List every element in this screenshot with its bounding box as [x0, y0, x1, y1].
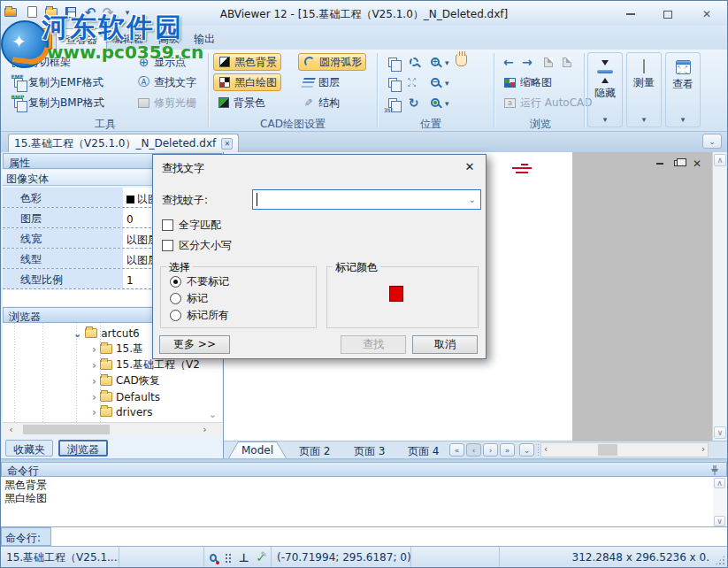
tree-node[interactable]: CAD恢复: [92, 373, 160, 388]
canvas-scroll-left-icon[interactable]: ‹: [544, 444, 548, 454]
maximize-button[interactable]: [656, 6, 679, 22]
find-text-button[interactable]: 查找文字: [134, 73, 200, 91]
rotate-35-button[interactable]: 35°: [382, 94, 402, 111]
pan-button[interactable]: [451, 51, 471, 69]
expand-node-icon[interactable]: [92, 406, 96, 418]
tree-scroll-left-icon[interactable]: ‹: [4, 424, 18, 435]
radio-mark[interactable]: 标记: [170, 291, 208, 306]
tree-scroll-right-icon[interactable]: ›: [198, 424, 211, 435]
show-points-button[interactable]: 显示点: [134, 53, 189, 71]
canvas-vertical-scrollbar[interactable]: ∧ ∨: [712, 152, 726, 441]
tree-node[interactable]: 15.基: [92, 342, 143, 357]
tab-file[interactable]: 文件: [8, 28, 52, 50]
tree-node[interactable]: Defaults: [92, 389, 160, 404]
tab-output[interactable]: 输出: [185, 28, 224, 50]
black-background-toggle[interactable]: 黑色背景: [213, 53, 281, 71]
page-tab-2[interactable]: 页面 2: [299, 444, 330, 459]
zoom-selected-button[interactable]: [425, 94, 453, 111]
tree-node[interactable]: 15.基础工程（V2: [92, 357, 200, 372]
panel-collapse-icon[interactable]: ⌄: [702, 134, 722, 149]
command-input-row[interactable]: 命令行:: [1, 527, 727, 546]
child-minimize-icon[interactable]: [654, 158, 666, 168]
canvas-horizontal-scrollbar[interactable]: ‹ ›: [540, 442, 709, 457]
mark-color-swatch[interactable]: [389, 286, 403, 302]
cancel-button[interactable]: 取消: [412, 335, 478, 354]
radio-icon[interactable]: [170, 293, 181, 304]
close-button[interactable]: [695, 6, 718, 22]
tab-advanced[interactable]: 高级: [149, 28, 188, 50]
tree-node[interactable]: drivers: [92, 404, 153, 419]
back-button[interactable]: [500, 53, 517, 71]
hide-dropdown-icon[interactable]: [603, 112, 608, 125]
tree-scroll-thumb[interactable]: [23, 425, 110, 434]
rotate-pages-button[interactable]: [382, 53, 402, 71]
zoom-in-dropdown-icon[interactable]: [445, 56, 449, 68]
scroll-down-icon[interactable]: ∨: [714, 426, 726, 439]
page-tab-3[interactable]: 页面 3: [354, 444, 385, 459]
status-grid-icon[interactable]: [224, 552, 232, 563]
match-case-checkbox[interactable]: 区分大小写: [162, 238, 232, 253]
tab-editor[interactable]: 编辑器: [103, 28, 153, 50]
expand-node-icon[interactable]: [92, 391, 96, 403]
view-button[interactable]: ↖ ↗↙ ↘ 查看: [665, 52, 701, 127]
zoom-out-dropdown-icon[interactable]: [445, 76, 449, 88]
copy-emf-button[interactable]: EMF 复制为EMF格式: [8, 73, 107, 91]
canvas-scroll-right-icon[interactable]: ›: [701, 444, 705, 454]
combobox-dropdown-icon[interactable]: ⌄: [469, 195, 476, 204]
document-tab-close-icon[interactable]: ✕: [221, 138, 233, 150]
page-last-icon[interactable]: »: [500, 443, 515, 457]
child-restore-icon[interactable]: [671, 158, 684, 168]
minimize-button[interactable]: [619, 6, 642, 22]
find-text-combobox[interactable]: ⌄: [252, 189, 481, 210]
page-prev-icon[interactable]: ‹: [466, 443, 481, 457]
hide-button[interactable]: 隐藏: [587, 52, 623, 127]
radio-no-mark[interactable]: 不要标记: [170, 274, 229, 289]
log-scroll-down-icon[interactable]: ∨: [714, 516, 725, 526]
dialog-close-icon[interactable]: ✕: [463, 159, 477, 173]
radio-icon[interactable]: [170, 310, 181, 321]
expand-node-icon[interactable]: [92, 359, 96, 372]
collapse-node-icon[interactable]: [73, 327, 81, 340]
background-color-button[interactable]: 背景色: [213, 94, 269, 111]
command-log[interactable]: 黑色背景 黑白绘图: [1, 477, 727, 527]
status-zoom-icon[interactable]: [210, 554, 217, 562]
view-dropdown-icon[interactable]: [681, 112, 686, 125]
tree-horizontal-scrollbar[interactable]: ‹ ›: [3, 422, 222, 436]
radio-icon[interactable]: [170, 276, 181, 288]
cut-frame-button[interactable]: 剪切框架: [8, 53, 74, 71]
pin-icon[interactable]: [710, 464, 719, 476]
canvas-scroll-thumb[interactable]: [598, 444, 617, 456]
tab-viewer[interactable]: 查看器: [56, 28, 107, 50]
zoom-out-button[interactable]: −: [425, 73, 453, 91]
status-edit-check-icon[interactable]: [257, 552, 265, 564]
copy-bmp-button[interactable]: BMP 复制为BMP格式: [8, 94, 108, 111]
page-first-icon[interactable]: «: [449, 443, 464, 457]
document-tab[interactable]: 15.基础工程（V25.1.0）_N_Deleted.dxf ✕: [8, 134, 239, 152]
page-next-icon[interactable]: ›: [483, 443, 498, 457]
tab-browser[interactable]: 浏览器: [58, 440, 108, 457]
expand-node-icon[interactable]: [92, 343, 96, 356]
zoom-window-button[interactable]: [403, 53, 424, 71]
expand-node-icon[interactable]: [92, 375, 96, 388]
command-panel-header[interactable]: 命令行: [1, 462, 727, 477]
measure-button[interactable]: 测量: [626, 52, 662, 127]
page-list-icon[interactable]: ⌄: [519, 443, 534, 457]
scroll-up-icon[interactable]: ∧: [714, 154, 726, 166]
match-whole-word-checkbox[interactable]: 全字匹配: [162, 218, 221, 233]
copy-view-button[interactable]: [382, 73, 402, 91]
zoom-selected-dropdown-icon[interactable]: [445, 96, 449, 109]
more-button[interactable]: 更多 >>: [159, 335, 230, 354]
structure-button[interactable]: 结构: [298, 94, 343, 111]
thumbnail-button[interactable]: 缩略图: [500, 73, 556, 91]
checkbox-icon[interactable]: [162, 219, 173, 231]
measure-dropdown-icon[interactable]: [642, 112, 647, 125]
child-close-icon[interactable]: ✕: [691, 158, 703, 168]
tree-node-root[interactable]: artcut6: [73, 326, 140, 341]
fit-extents-button[interactable]: ↖↗↙↘: [403, 73, 424, 91]
bw-drawing-toggle[interactable]: 黑白绘图: [213, 73, 281, 91]
smooth-arcs-toggle[interactable]: 圆滑弧形: [298, 53, 366, 71]
page-tab-4[interactable]: 页面 4: [408, 444, 439, 459]
forward-button[interactable]: [518, 53, 536, 71]
layers-button[interactable]: 图层: [298, 73, 343, 91]
status-ortho-icon[interactable]: [239, 551, 249, 564]
